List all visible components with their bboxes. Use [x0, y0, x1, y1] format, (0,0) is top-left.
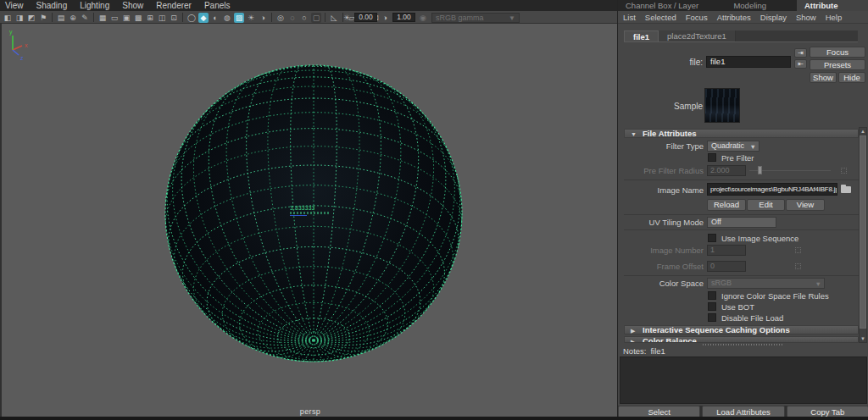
menu-show[interactable]: Show [122, 1, 143, 10]
divider [624, 275, 859, 276]
gamma-field[interactable]: 1.00 [392, 13, 415, 22]
ignore-color-space-rules-checkbox[interactable] [708, 291, 716, 300]
field-chart-icon[interactable]: ⊞ [145, 13, 155, 23]
isolate-select-icon[interactable]: ◺ [329, 13, 339, 23]
gamma-icon[interactable]: ◑ [380, 13, 390, 23]
grease-pencil-icon[interactable]: ✎ [80, 13, 90, 23]
tab-file1[interactable]: file1 [624, 30, 659, 41]
divider [624, 180, 859, 180]
input-connections-button[interactable]: ⇥ [794, 48, 807, 58]
viewport-toolbar-icons: ◧◨◩⚑▤⊕✎▦▭▣▩⊞◫⊡◯◆◐◍▨☀◑◎◌○▢◺▱▰⊠ [2, 12, 381, 23]
disable-file-load-checkbox[interactable] [708, 313, 716, 322]
depth-of-field-icon[interactable]: ▢ [311, 13, 321, 23]
ignore-rules-row: Ignore Color Space File Rules [618, 290, 859, 302]
anti-aliasing-icon[interactable]: ○ [299, 13, 309, 23]
bookmark-icon[interactable]: ⚑ [38, 13, 48, 23]
pan-zoom-2d-icon[interactable]: ⊕ [68, 13, 78, 23]
shadows-icon[interactable]: ◑ [258, 13, 268, 23]
filter-type-dropdown[interactable]: Quadratic ▼ [707, 141, 760, 152]
use-bot-checkbox[interactable] [708, 302, 716, 311]
tab-modeling-toolkit[interactable]: Modeling Toolkit [726, 0, 796, 11]
menu-list[interactable]: List [623, 13, 636, 22]
menu-panels[interactable]: Panels [204, 1, 231, 10]
flat-shade-icon[interactable]: ◐ [210, 13, 220, 23]
map-button-icon[interactable] [795, 263, 801, 269]
frame-offset-field[interactable]: 0 [707, 261, 746, 272]
section-interactive-sequence-caching[interactable]: ▶Interactive Sequence Caching Options [624, 325, 859, 334]
scrollbar-thumb[interactable] [860, 135, 866, 329]
uv-tiling-mode-dropdown[interactable]: Off [707, 217, 776, 228]
ambient-occlusion-icon[interactable]: ◎ [275, 13, 286, 23]
menu-focus[interactable]: Focus [686, 13, 708, 22]
map-button-icon[interactable] [841, 168, 847, 174]
hud-underline [290, 215, 307, 216]
wireframe-on-shaded-icon[interactable]: ◍ [222, 13, 232, 23]
pre-filter-checkbox[interactable] [708, 153, 716, 162]
hide-button[interactable]: Hide [838, 72, 865, 83]
filter-type-label: Filter Type [618, 141, 704, 151]
show-button[interactable]: Show [810, 72, 837, 83]
tab-channel-box[interactable]: Channel Box / Layer Editor [618, 0, 726, 11]
menu-display[interactable]: Display [760, 13, 787, 22]
gate-mask-icon[interactable]: ▩ [133, 13, 143, 23]
image-number-label: Image Number [618, 246, 704, 255]
node-name-input[interactable]: file1 [706, 56, 791, 68]
toolbar-separator [325, 13, 326, 22]
image-number-field[interactable]: 1 [707, 245, 746, 256]
pre-filter-radius-field[interactable]: 2.000 [707, 165, 746, 176]
wireframe-icon[interactable]: ◯ [186, 13, 197, 23]
menu-renderer[interactable]: Renderer [156, 1, 192, 10]
tab-attribute-editor[interactable]: Attribute Editor [797, 0, 868, 11]
view-button[interactable]: View [786, 199, 825, 211]
grid-icon[interactable]: ▦ [97, 13, 108, 23]
scroll-down-icon[interactable]: ▼ [860, 335, 866, 342]
exposure-icon[interactable]: ☀ [342, 13, 352, 23]
view-transform-dropdown[interactable]: sRGB gamma ▼ [431, 13, 520, 23]
presets-button[interactable]: Presets [810, 59, 865, 70]
section-file-attributes[interactable]: ▼File Attributes [624, 129, 859, 138]
menu-selected[interactable]: Selected [645, 13, 676, 22]
tab-place2dtexture1[interactable]: place2dTexture1 [659, 30, 736, 41]
focus-button[interactable]: Focus [810, 47, 865, 58]
attribute-editor-panel: Channel Box / Layer Editor Modeling Tool… [617, 0, 868, 420]
toolbar-separator [93, 13, 94, 22]
smooth-shade-all-icon[interactable]: ◆ [198, 13, 209, 23]
perspective-viewport[interactable]: 3.833333 y x z persp [0, 24, 617, 417]
attributes-scrollbar[interactable]: ▲ ▼ [859, 127, 867, 343]
use-image-sequence-checkbox[interactable] [708, 234, 716, 242]
lock-camera-icon[interactable]: ◨ [14, 13, 25, 23]
map-button-icon[interactable] [795, 247, 801, 253]
color-space-dropdown[interactable]: sRGB ▼ [707, 278, 825, 289]
window-bottom-edge [0, 417, 868, 420]
scroll-up-icon[interactable]: ▲ [860, 128, 866, 135]
edit-button[interactable]: Edit [747, 199, 785, 211]
use-all-lights-icon[interactable]: ☀ [246, 13, 256, 23]
safe-action-icon[interactable]: ◫ [157, 13, 167, 23]
menu-view[interactable]: View [5, 1, 24, 10]
camera-attributes-icon[interactable]: ◩ [26, 13, 36, 23]
browse-folder-icon[interactable] [840, 184, 852, 194]
select-camera-icon[interactable]: ◧ [3, 13, 13, 23]
image-plane-icon[interactable]: ▤ [56, 13, 66, 23]
output-connections-button[interactable]: ⇤ [794, 59, 807, 69]
pre-filter-label: Pre Filter [721, 153, 754, 163]
motion-blur-icon[interactable]: ◌ [287, 13, 298, 23]
filter-type-row: Filter Type Quadratic ▼ [618, 141, 859, 152]
axis-y-label: y [9, 29, 13, 36]
exposure-field[interactable]: 0.00 [354, 13, 377, 22]
notes-textarea[interactable] [620, 356, 867, 404]
view-transform-icon[interactable]: ◉ [418, 13, 428, 23]
image-name-field[interactable]: project\sourceimages\BgbuNRJ4BAf4IBF8.jp… [707, 183, 837, 196]
textured-icon[interactable]: ▨ [234, 13, 244, 23]
reload-button[interactable]: Reload [707, 199, 746, 211]
menu-shading[interactable]: Shading [36, 1, 68, 10]
film-gate-icon[interactable]: ▭ [109, 13, 120, 23]
menu-attributes[interactable]: Attributes [717, 13, 751, 22]
resolution-gate-icon[interactable]: ▣ [121, 13, 131, 23]
menu-show-ae[interactable]: Show [796, 13, 816, 22]
menu-lighting[interactable]: Lighting [80, 1, 109, 10]
menu-help[interactable]: Help [826, 13, 843, 22]
safe-title-icon[interactable]: ⊡ [169, 13, 179, 23]
texture-sample-swatch[interactable] [704, 88, 740, 123]
slider-handle[interactable] [758, 166, 762, 174]
